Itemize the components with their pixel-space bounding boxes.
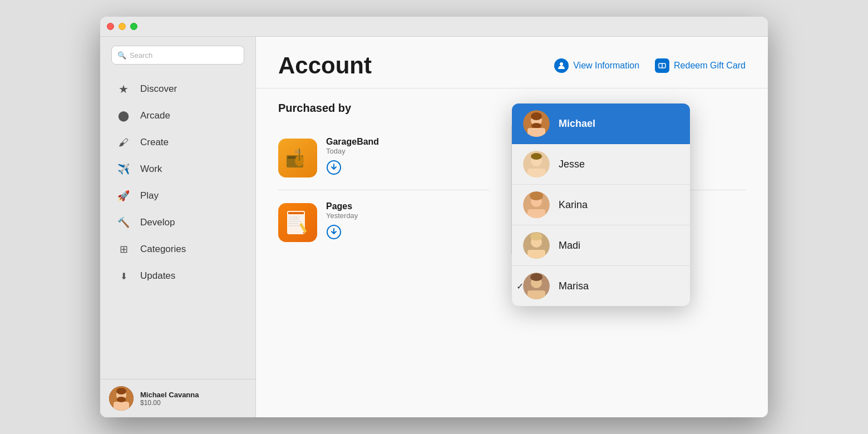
svg-rect-2 [114, 402, 129, 411]
marisa-avatar [523, 273, 550, 299]
garageband-icon [278, 139, 317, 177]
dropdown-item-michael[interactable]: Michael [512, 103, 690, 144]
search-input[interactable] [130, 51, 238, 60]
svg-rect-19 [288, 219, 299, 220]
view-information-label: View Information [573, 61, 639, 71]
sidebar-item-label-updates: Updates [140, 270, 175, 282]
app-row-garageband: GarageBand Today [278, 126, 489, 190]
pages-details: Pages Yesterday [326, 201, 489, 243]
sidebar-item-updates[interactable]: ⬇ Updates [105, 263, 251, 289]
michael-avatar [523, 110, 550, 137]
sidebar-item-discover[interactable]: ★ Discover [105, 76, 251, 102]
svg-point-47 [530, 233, 542, 240]
jesse-avatar [523, 151, 550, 177]
garageband-download-button[interactable] [326, 160, 489, 179]
svg-rect-40 [527, 169, 545, 177]
minimize-button[interactable] [119, 23, 126, 30]
dropdown-item-karina[interactable]: Karina [512, 185, 690, 225]
sidebar-item-develop[interactable]: 🔨 Develop [105, 209, 251, 236]
dropdown-menu: Michael Jesse [512, 103, 690, 306]
window-body: 🔍 ★ Discover ⬤ Arcade 🖌 Create ✈️ [100, 37, 768, 417]
sidebar: 🔍 ★ Discover ⬤ Arcade 🖌 Create ✈️ [100, 37, 256, 417]
dropdown-name-jesse: Jesse [559, 159, 585, 170]
svg-point-39 [531, 153, 542, 160]
categories-icon: ⊞ [116, 241, 131, 257]
sidebar-item-work[interactable]: ✈️ Work [105, 156, 251, 183]
sidebar-footer: Michael Cavanna $10.00 [100, 379, 255, 417]
svg-rect-22 [288, 225, 300, 226]
dropdown-name-marisa: Marisa [559, 280, 589, 292]
svg-point-34 [531, 123, 541, 129]
create-icon: 🖌 [116, 135, 131, 150]
svg-point-51 [530, 273, 542, 281]
sidebar-item-label-create: Create [140, 137, 169, 148]
sidebar-item-label-categories: Categories [140, 244, 186, 255]
discover-icon: ★ [116, 81, 131, 97]
header-actions: View Information Redeem Gift Card [554, 58, 746, 73]
pages-name: Pages [326, 201, 489, 211]
main-header: Account View Information [256, 37, 768, 88]
user-name: Michael Cavanna [140, 391, 199, 399]
dropdown-item-madi[interactable]: Madi [512, 225, 690, 266]
app-window: 🔍 ★ Discover ⬤ Arcade 🖌 Create ✈️ [100, 17, 768, 417]
svg-point-5 [116, 388, 126, 394]
sidebar-item-label-play: Play [140, 190, 159, 201]
arcade-icon: ⬤ [116, 108, 131, 124]
avatar [109, 386, 134, 411]
garageband-details: GarageBand Today [326, 137, 489, 179]
sidebar-item-label-arcade: Arcade [140, 110, 170, 121]
sidebar-item-categories[interactable]: ⊞ Categories [105, 236, 251, 263]
svg-point-6 [560, 62, 563, 66]
svg-rect-18 [288, 216, 304, 217]
play-icon: 🚀 [116, 188, 131, 204]
svg-rect-52 [527, 290, 545, 299]
develop-icon: 🔨 [116, 215, 131, 230]
garageband-name: GarageBand [326, 137, 489, 147]
title-bar [100, 17, 768, 37]
sidebar-item-play[interactable]: 🚀 Play [105, 183, 251, 209]
selected-checkmark: ✓ [516, 281, 524, 292]
page-title: Account [278, 52, 372, 79]
svg-rect-48 [527, 250, 545, 259]
svg-rect-36 [527, 128, 545, 137]
redeem-gift-card-button[interactable]: Redeem Gift Card [655, 58, 746, 73]
maximize-button[interactable] [130, 23, 137, 30]
svg-point-4 [117, 397, 126, 402]
close-button[interactable] [107, 23, 114, 30]
main-content: Account View Information [256, 37, 768, 417]
redeem-icon [655, 58, 669, 73]
madi-avatar [523, 232, 550, 259]
svg-rect-15 [287, 211, 305, 234]
sidebar-item-arcade[interactable]: ⬤ Arcade [105, 102, 251, 129]
view-information-icon [554, 58, 569, 73]
user-balance: $10.00 [140, 399, 199, 407]
dropdown-name-madi: Madi [559, 240, 580, 251]
sidebar-item-create[interactable]: 🖌 Create [105, 129, 251, 156]
dropdown-item-marisa[interactable]: ✓ Marisa [512, 266, 690, 306]
pages-date: Yesterday [326, 211, 489, 220]
redeem-gift-card-label: Redeem Gift Card [674, 61, 746, 71]
nav-items: ★ Discover ⬤ Arcade 🖌 Create ✈️ Work 🚀 [100, 73, 255, 379]
user-info: Michael Cavanna $10.00 [140, 391, 199, 407]
sidebar-item-label-discover: Discover [140, 83, 177, 95]
updates-icon: ⬇ [116, 268, 131, 284]
garageband-date: Today [326, 147, 489, 155]
svg-rect-44 [527, 209, 545, 218]
svg-rect-21 [288, 223, 298, 224]
sidebar-item-label-work: Work [140, 164, 162, 175]
search-icon: 🔍 [117, 51, 126, 60]
traffic-lights [107, 23, 137, 30]
dropdown-item-jesse[interactable]: Jesse [512, 144, 690, 185]
pages-icon: PAGES [278, 203, 317, 242]
pages-download-button[interactable] [326, 224, 489, 243]
svg-point-43 [530, 191, 543, 200]
svg-rect-16 [288, 212, 304, 214]
dropdown-name-karina: Karina [559, 199, 588, 211]
svg-rect-20 [288, 221, 302, 222]
search-bar[interactable]: 🔍 [111, 46, 244, 65]
sidebar-item-label-develop: Develop [140, 217, 175, 228]
view-information-button[interactable]: View Information [554, 58, 639, 73]
svg-point-35 [531, 112, 542, 120]
app-row-pages: PAGES [278, 190, 489, 254]
dropdown-name-michael: Michael [559, 118, 595, 130]
